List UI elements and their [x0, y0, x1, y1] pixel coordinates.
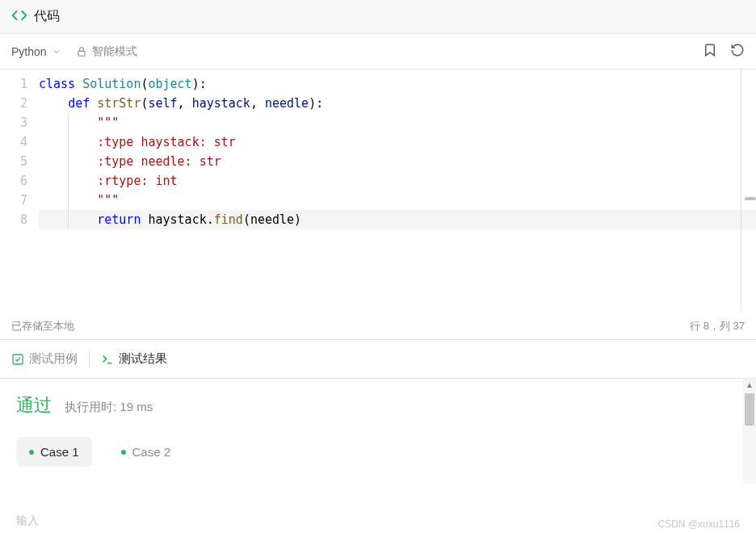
chevron-down-icon [52, 47, 61, 57]
line-number: 5 [0, 152, 27, 171]
line-number: 6 [0, 171, 27, 191]
editor-ruler [741, 69, 741, 313]
line-number: 4 [0, 132, 27, 152]
svg-rect-0 [78, 51, 85, 56]
language-label: Python [11, 45, 47, 58]
line-number: 8 [0, 210, 27, 229]
result-status-row: 通过 执行用时: 19 ms [16, 393, 740, 418]
case-button-1[interactable]: Case 1 [16, 437, 92, 467]
runtime-label: 执行用时: 19 ms [65, 400, 153, 415]
tab-test-cases[interactable]: 测试用例 [11, 351, 78, 367]
language-selector[interactable]: Python [11, 45, 61, 58]
case-label: Case 2 [132, 445, 171, 459]
tab-test-results[interactable]: 测试结果 [101, 351, 167, 367]
line-number: 3 [0, 113, 27, 132]
result-content: 通过 执行用时: 19 ms Case 1 Case 2 ▲ [0, 379, 756, 481]
results-panel: 测试用例 测试结果 通过 执行用时: 19 ms Case 1 Case 2 ▲ [0, 340, 756, 481]
line-number: 7 [0, 191, 27, 210]
tab-label: 测试结果 [119, 351, 167, 367]
pass-dot-icon [121, 450, 126, 455]
code-area[interactable]: class Solution(object): def strStr(self,… [39, 69, 756, 313]
code-line: def strStr(self, haystack, needle): [39, 94, 756, 113]
minimap-indicator[interactable] [745, 197, 756, 200]
svg-rect-1 [13, 355, 23, 364]
cases-row: Case 1 Case 2 [16, 437, 740, 467]
case-button-2[interactable]: Case 2 [108, 437, 184, 467]
terminal-icon [101, 353, 114, 366]
code-line: """ [39, 191, 756, 210]
code-line: class Solution(object): [39, 74, 756, 94]
header-title: 代码 [34, 8, 60, 25]
code-line-active: return haystack.find(needle) [39, 210, 756, 229]
header: 代码 [0, 0, 756, 34]
input-section-label: 输入 [16, 514, 39, 528]
code-line: """ [39, 113, 756, 132]
toolbar-left: Python 智能模式 [11, 44, 137, 59]
scroll-up-icon[interactable]: ▲ [745, 380, 754, 389]
pass-label: 通过 [16, 393, 52, 418]
code-line: :rtype: int [39, 171, 756, 191]
toolbar-right [703, 43, 745, 61]
code-line: :type needle: str [39, 152, 756, 171]
panel-scrollbar[interactable]: ▲ [743, 379, 756, 484]
cursor-position: 行 8，列 37 [690, 319, 745, 334]
check-square-icon [11, 353, 24, 366]
case-label: Case 1 [40, 445, 79, 459]
save-status: 已存储至本地 [11, 319, 74, 334]
bookmark-button[interactable] [703, 43, 717, 61]
line-number: 2 [0, 94, 27, 113]
tab-label: 测试用例 [29, 351, 78, 367]
tabs-row: 测试用例 测试结果 [0, 340, 756, 379]
bookmark-icon [703, 43, 717, 57]
mode-label-text: 智能模式 [92, 44, 137, 59]
tab-divider [89, 351, 90, 367]
lock-icon [76, 46, 87, 57]
toolbar: Python 智能模式 [0, 34, 756, 69]
code-icon [11, 7, 27, 27]
line-gutter: 1 2 3 4 5 6 7 8 [0, 69, 39, 313]
watermark: CSDN @xuxu1116 [657, 518, 740, 530]
status-bar: 已存储至本地 行 8，列 37 [0, 313, 756, 340]
mode-indicator: 智能模式 [76, 44, 137, 59]
line-number: 1 [0, 74, 27, 94]
pass-dot-icon [29, 450, 34, 455]
scroll-thumb[interactable] [745, 393, 754, 426]
undo-icon [730, 43, 745, 57]
code-editor[interactable]: 1 2 3 4 5 6 7 8 class Solution(object): … [0, 69, 756, 313]
code-line: :type haystack: str [39, 132, 756, 152]
reset-button[interactable] [730, 43, 745, 61]
